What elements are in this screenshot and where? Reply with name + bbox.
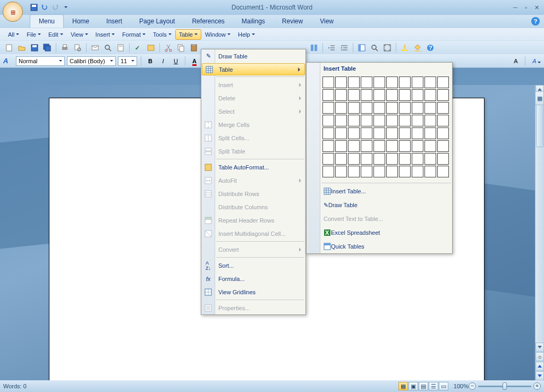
grid-cell[interactable] [399, 153, 411, 165]
grid-cell[interactable] [361, 115, 372, 126]
menu-delete-sub[interactable]: Delete [201, 91, 305, 105]
grid-cell[interactable] [412, 76, 423, 88]
grid-cell[interactable] [386, 166, 398, 177]
doc-map-icon[interactable] [356, 42, 368, 54]
grid-cell[interactable] [348, 76, 360, 88]
grid-cell[interactable] [424, 166, 436, 177]
font-grow-button[interactable]: A [511, 58, 521, 64]
fullscreen-icon[interactable] [381, 42, 393, 54]
grid-cell[interactable] [399, 166, 411, 177]
new-doc-icon[interactable] [3, 42, 15, 54]
qat-customize-dropdown[interactable] [62, 3, 70, 12]
minimize-button[interactable]: ─ [511, 4, 520, 11]
find-icon[interactable] [102, 42, 114, 54]
grid-cell[interactable] [348, 153, 360, 165]
prev-page-button[interactable] [536, 362, 544, 371]
grid-cell[interactable] [424, 115, 436, 126]
grid-cell[interactable] [424, 153, 436, 165]
submenu-insert-table[interactable]: Insert Table... [307, 184, 452, 198]
ribbon-tab-mailings[interactable]: Mailings [233, 15, 274, 28]
next-page-button[interactable] [536, 371, 544, 380]
fill-color-icon[interactable] [412, 42, 423, 54]
grid-cell[interactable] [361, 140, 372, 152]
research-icon[interactable] [115, 42, 126, 54]
maximize-button[interactable]: ▫ [522, 4, 530, 11]
grid-cell[interactable] [412, 102, 423, 114]
fullscreen-reading-view[interactable]: ▣ [409, 382, 418, 390]
grid-cell[interactable] [437, 127, 449, 139]
menu-formula[interactable]: fxFormula... [201, 272, 305, 285]
grid-cell[interactable] [361, 153, 372, 165]
grid-cell[interactable] [437, 153, 449, 165]
decrease-indent-icon[interactable] [326, 42, 337, 54]
zoom-slider[interactable] [478, 386, 531, 387]
grid-cell[interactable] [322, 140, 334, 152]
grid-cell[interactable] [335, 102, 347, 114]
ribbon-tab-references[interactable]: References [183, 15, 233, 28]
grid-cell[interactable] [386, 127, 398, 139]
grid-cell[interactable] [348, 115, 360, 126]
grid-cell[interactable] [361, 127, 372, 139]
menu-table-submenu[interactable]: Table [202, 63, 305, 75]
grid-cell[interactable] [348, 89, 360, 101]
menu-table[interactable]: Table [175, 29, 201, 40]
menu-file[interactable]: File [23, 29, 45, 40]
paste-icon[interactable] [188, 42, 200, 54]
grid-cell[interactable] [361, 102, 372, 114]
zoom-out-button[interactable]: − [469, 382, 476, 390]
grid-cell[interactable] [412, 166, 423, 177]
submenu-excel[interactable]: XExcel Spreadsheet [307, 226, 452, 240]
save-all-icon[interactable] [41, 42, 53, 54]
grid-cell[interactable] [373, 140, 385, 152]
grid-cell[interactable] [348, 102, 360, 114]
ribbon-tab-view[interactable]: View [311, 15, 342, 28]
grid-cell[interactable] [335, 89, 347, 101]
grid-cell[interactable] [322, 102, 334, 114]
highlight-color-icon[interactable] [399, 42, 411, 54]
grid-cell[interactable] [399, 140, 411, 152]
grid-cell[interactable] [386, 76, 398, 88]
grid-cell[interactable] [386, 102, 398, 114]
menu-insert-sub[interactable]: Insert [201, 78, 305, 91]
style-format-icon[interactable]: A [3, 57, 14, 65]
grid-cell[interactable] [373, 89, 385, 101]
submenu-draw-table[interactable]: ✎Draw Table [307, 198, 452, 212]
menu-tools[interactable]: Tools [149, 29, 175, 40]
grid-cell[interactable] [361, 76, 372, 88]
menu-table-autoformat[interactable]: Table AutoFormat... [201, 160, 305, 174]
spellcheck-icon[interactable]: ✓ [132, 42, 144, 54]
grid-cell[interactable] [373, 166, 385, 177]
qat-save-icon[interactable] [30, 3, 38, 12]
grid-cell[interactable] [412, 89, 423, 101]
browse-object-button[interactable]: ○ [536, 352, 544, 361]
increase-indent-icon[interactable] [338, 42, 350, 54]
save-icon[interactable] [29, 42, 40, 54]
menu-draw-table[interactable]: ✎Draw Table [201, 49, 305, 63]
grid-cell[interactable] [373, 127, 385, 139]
draft-view[interactable]: ▭ [439, 382, 448, 390]
grid-cell[interactable] [348, 166, 360, 177]
print-preview-icon[interactable] [72, 42, 83, 54]
menu-sort[interactable]: AZ↓Sort... [201, 259, 305, 272]
cut-icon[interactable] [163, 42, 174, 54]
ribbon-tab-insert[interactable]: Insert [98, 15, 131, 28]
grid-cell[interactable] [335, 115, 347, 126]
grid-cell[interactable] [399, 89, 411, 101]
grid-cell[interactable] [424, 89, 436, 101]
menu-select-sub[interactable]: Select [201, 105, 305, 118]
menu-help[interactable]: Help [234, 29, 259, 40]
grid-cell[interactable] [361, 89, 372, 101]
menu-convert[interactable]: Convert [201, 243, 305, 256]
print-icon[interactable] [59, 42, 71, 54]
zoom-slider-thumb[interactable] [503, 382, 507, 390]
font-size-combo[interactable]: 11 [118, 56, 137, 66]
grid-cell[interactable] [373, 76, 385, 88]
grid-cell[interactable] [322, 76, 334, 88]
grid-cell[interactable] [373, 115, 385, 126]
grid-cell[interactable] [399, 127, 411, 139]
grid-cell[interactable] [437, 115, 449, 126]
grid-cell[interactable] [412, 153, 423, 165]
grid-cell[interactable] [335, 166, 347, 177]
mail-icon[interactable] [89, 42, 101, 54]
grid-cell[interactable] [437, 140, 449, 152]
